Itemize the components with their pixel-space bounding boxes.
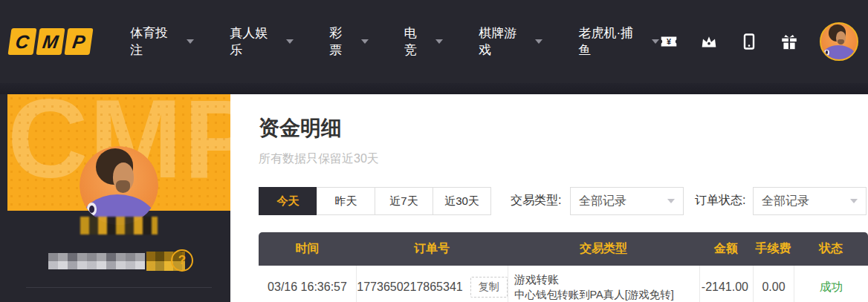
nav-item-live-casino[interactable]: 真人娱乐 xyxy=(230,24,294,59)
help-question-badge[interactable]: ? xyxy=(171,249,193,272)
cell-amount: -2141.00 xyxy=(699,266,753,302)
avatar-photo xyxy=(821,24,857,59)
app-window: C M P 体育投注 真人娱乐 彩票 电竞 xyxy=(0,0,868,302)
nav-main-row: C M P 体育投注 真人娱乐 彩票 电竞 xyxy=(0,0,868,83)
table-row: 03/16 16:36:57 1773650217865341 复制 游戏转账 … xyxy=(259,266,868,302)
profile-sidebar: CMP ? xyxy=(0,94,230,302)
nav-item-label: 真人娱乐 xyxy=(230,24,279,59)
filter-controls: 今天 昨天 近7天 近30天 交易类型: 全部记录 订单状态: 全部记录 xyxy=(259,187,868,215)
nav-item-label: 电竞 xyxy=(404,24,429,59)
nav-item-label: 体育投注 xyxy=(130,24,180,59)
username-redacted xyxy=(48,253,145,269)
user-avatar[interactable] xyxy=(820,22,858,61)
logo-letter: P xyxy=(71,31,87,53)
select-value: 全部记录 xyxy=(579,194,626,209)
col-header-order-no: 订单号 xyxy=(356,232,508,266)
nav-item-slots-fishing[interactable]: 老虎机·捕鱼 xyxy=(578,24,659,59)
nav-item-label: 彩票 xyxy=(329,24,354,59)
nav-item-label: 棋牌游戏 xyxy=(479,24,528,59)
col-header-time: 时间 xyxy=(259,232,356,266)
nav-item-card-games[interactable]: 棋牌游戏 xyxy=(479,24,542,59)
nav-item-label: 老虎机·捕鱼 xyxy=(578,24,645,59)
svg-text:¥: ¥ xyxy=(667,37,671,46)
transaction-type-select[interactable]: 全部记录 xyxy=(570,187,684,215)
mobile-icon[interactable] xyxy=(739,32,759,51)
nav-item-esports[interactable]: 电竞 xyxy=(404,24,443,59)
chevron-down-icon xyxy=(667,199,675,203)
funds-table: 时间 订单号 交易类型 金额 手续费 状态 03/16 16:36:57 177… xyxy=(259,232,868,302)
chevron-down-icon xyxy=(435,39,443,44)
profile-avatar[interactable] xyxy=(80,146,158,225)
chevron-down-icon xyxy=(361,39,369,44)
chevron-down-icon xyxy=(850,199,858,203)
order-status-label: 订单状态: xyxy=(695,193,745,209)
cell-status: 成功 xyxy=(794,266,868,302)
transaction-type-label: 交易类型: xyxy=(511,193,561,209)
sidebar-divider xyxy=(26,287,212,288)
select-value: 全部记录 xyxy=(762,194,809,209)
avatar-photo xyxy=(80,146,158,225)
chevron-down-icon xyxy=(187,39,194,44)
logo-tile: P xyxy=(64,28,93,55)
cell-order-no: 1773650217865341 复制 xyxy=(356,266,508,302)
col-header-fee: 手续费 xyxy=(753,232,794,266)
logo-tile: M xyxy=(36,28,65,55)
copy-button[interactable]: 复制 xyxy=(470,277,508,298)
top-nav: C M P 体育投注 真人娱乐 彩票 电竞 xyxy=(0,0,868,94)
transaction-type-detail: 中心钱包转账到PA真人[游戏免转] xyxy=(514,287,674,302)
col-header-amount: 金额 xyxy=(699,232,753,266)
main-menu: 体育投注 真人娱乐 彩票 电竞 棋牌游戏 xyxy=(130,24,659,59)
nav-right-actions: ¥ xyxy=(659,22,868,61)
logo-letter: M xyxy=(42,31,60,53)
main-content: 资金明细 所有数据只保留近30天 今天 昨天 近7天 近30天 交易类型: 全部… xyxy=(230,94,868,302)
col-header-type: 交易类型 xyxy=(508,232,699,266)
chevron-down-icon xyxy=(535,39,542,44)
crown-icon[interactable] xyxy=(699,32,719,51)
nav-bottom-strip xyxy=(0,83,868,94)
avatar-redacted-overlay xyxy=(80,217,158,234)
voucher-icon[interactable]: ¥ xyxy=(659,32,678,51)
tab-last-30-days[interactable]: 近30天 xyxy=(433,187,491,215)
chevron-down-icon xyxy=(652,39,659,44)
date-range-tabs: 今天 昨天 近7天 近30天 xyxy=(259,187,491,215)
transaction-type-main: 游戏转账 xyxy=(514,272,559,288)
tab-today[interactable]: 今天 xyxy=(259,187,317,215)
brand-logo[interactable]: C M P xyxy=(10,28,91,55)
page-title: 资金明细 xyxy=(259,114,342,142)
tab-last-7-days[interactable]: 近7天 xyxy=(375,187,433,215)
order-number: 1773650217865341 xyxy=(357,280,462,294)
col-header-status: 状态 xyxy=(794,232,868,266)
cell-fee: 0.00 xyxy=(753,266,794,302)
logo-letter: C xyxy=(14,31,30,53)
tab-yesterday[interactable]: 昨天 xyxy=(317,187,375,215)
nav-item-sports[interactable]: 体育投注 xyxy=(130,24,194,59)
gift-icon[interactable] xyxy=(780,32,799,51)
chevron-down-icon xyxy=(286,39,294,44)
nav-item-lottery[interactable]: 彩票 xyxy=(329,24,368,59)
logo-tile: C xyxy=(7,28,36,55)
table-header-row: 时间 订单号 交易类型 金额 手续费 状态 xyxy=(259,232,868,266)
page-subtitle: 所有数据只保留近30天 xyxy=(259,151,379,167)
order-status-select[interactable]: 全部记录 xyxy=(753,187,867,215)
cell-time: 03/16 16:36:57 xyxy=(259,266,356,302)
cell-transaction-type: 游戏转账 中心钱包转账到PA真人[游戏免转] xyxy=(508,266,699,302)
